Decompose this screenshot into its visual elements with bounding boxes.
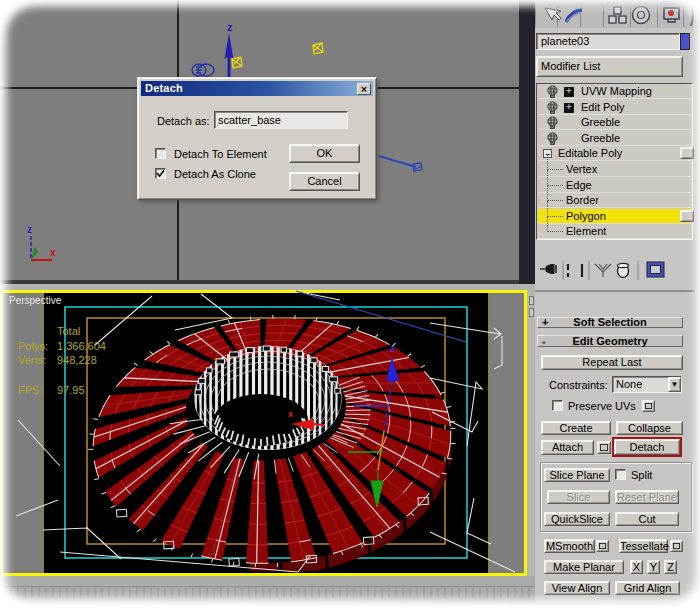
svg-text:Total: Total xyxy=(57,325,80,337)
svg-text:Polys:: Polys: xyxy=(18,340,48,352)
svg-text:z: z xyxy=(27,224,32,235)
svg-text:Perspective: Perspective xyxy=(9,295,62,306)
svg-text:x: x xyxy=(50,247,56,258)
svg-text:z: z xyxy=(390,343,395,354)
svg-text:x: x xyxy=(288,409,293,419)
svg-text:FPS:: FPS: xyxy=(18,384,42,396)
svg-text:948,228: 948,228 xyxy=(57,354,97,366)
svg-text:1,366,604: 1,366,604 xyxy=(57,340,106,352)
svg-text:Verts:: Verts: xyxy=(18,354,46,366)
svg-text:97.95: 97.95 xyxy=(57,384,85,396)
svg-text:z: z xyxy=(227,21,233,33)
